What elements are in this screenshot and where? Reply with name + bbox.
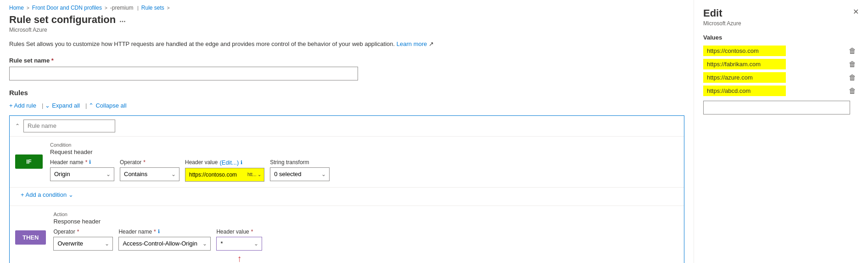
rule-header: ⌃ — [10, 116, 684, 137]
header-name-label: Header name * ℹ — [50, 159, 114, 166]
edit-panel: Edit Microsoft Azure ✕ Values https://co… — [694, 0, 868, 263]
string-transform-label: String transform — [270, 159, 330, 166]
then-header-name-label: Header name * ℹ — [118, 229, 211, 235]
if-badge: IF — [15, 154, 43, 169]
then-header-name-info-icon[interactable]: ℹ — [158, 229, 160, 234]
ellipsis-menu[interactable]: ... — [119, 16, 125, 24]
main-content: Home > Front Door and CDN profiles > -pr… — [0, 0, 694, 263]
add-condition-row: + Add a condition ⌄ — [10, 188, 684, 206]
then-header-value-field: Header value * * ↑ — [216, 229, 262, 263]
then-fields-row: Operator * Overwrite — [53, 229, 678, 263]
action-label: Action — [53, 212, 678, 217]
add-condition-button[interactable]: + Add a condition ⌄ — [15, 188, 79, 202]
chevron-up-icon: ⌃ — [89, 102, 94, 109]
action-details: Action Response header Operator * Overw — [53, 212, 678, 263]
edit-panel-title: Edit — [703, 7, 859, 19]
then-section: THEN Action Response header Operator * — [10, 206, 684, 263]
rule-set-name-label: Rule set name * — [9, 57, 684, 64]
string-transform-field: String transform 0 selected — [270, 159, 330, 181]
value-item-2: https://fabrikam.com 🗑 — [703, 59, 859, 69]
operator-field: Operator * Contains — [120, 159, 179, 181]
value-tag-2: https://fabrikam.com — [703, 59, 786, 69]
close-edit-panel-button[interactable]: ✕ — [851, 6, 861, 18]
page-description: Rules Set allows you to customize how HT… — [9, 40, 684, 49]
delete-value-1-button[interactable]: 🗑 — [846, 46, 859, 56]
value-item-3: https://azure.com 🗑 — [703, 72, 859, 83]
values-list: https://contoso.com 🗑 https://fabrikam.c… — [703, 46, 859, 96]
delete-value-4-button[interactable]: 🗑 — [846, 86, 859, 96]
breadcrumb-home[interactable]: Home — [9, 5, 24, 11]
rule-name-input[interactable] — [23, 120, 115, 132]
expand-all-button[interactable]: ⌄ Expand all — [45, 100, 84, 111]
if-fields-row: Header name * ℹ Origin — [50, 159, 678, 182]
edit-panel-subtitle: Microsoft Azure — [703, 20, 859, 27]
page-title-row: Rule set configuration ... — [9, 14, 684, 26]
header-name-info-icon[interactable]: ℹ — [89, 159, 91, 165]
value-item-1: https://contoso.com 🗑 — [703, 46, 859, 56]
learn-more-link[interactable]: Learn more — [397, 40, 427, 47]
breadcrumb-sep-1: > — [27, 6, 29, 11]
collapse-all-button[interactable]: ⌃ Collapse all — [89, 100, 130, 111]
then-header-name-select[interactable]: Access-Control-Allow-Origin — [118, 237, 211, 251]
breadcrumb-frontdoor[interactable]: Front Door and CDN profiles — [32, 5, 102, 11]
then-operator-select[interactable]: Overwrite — [53, 237, 113, 251]
value-item-4: https://abcd.com 🗑 — [703, 86, 859, 96]
add-rule-button[interactable]: + Add rule — [9, 100, 40, 111]
header-value-select[interactable]: https://contoso.com — [185, 168, 245, 182]
breadcrumb-ruleset[interactable]: Rule sets — [141, 5, 164, 11]
header-value-dropdown-btn[interactable]: htt... ⌄ — [245, 168, 264, 182]
header-name-select-wrapper: Origin — [50, 167, 114, 181]
string-transform-select-wrapper: 0 selected — [270, 167, 330, 181]
arrow-indicator: ↑ — [216, 253, 262, 263]
page-title: Rule set configuration — [9, 14, 116, 26]
rules-section: Rules + Add rule | ⌄ Expand all | ⌃ Coll… — [9, 89, 684, 263]
then-badge: THEN — [15, 230, 46, 245]
header-value-field: Header value (Edit...) ℹ https://contoso… — [185, 159, 264, 182]
action-value: Response header — [53, 218, 678, 225]
rule-set-name-field: Rule set name * — [9, 57, 684, 80]
rule-container: ⌃ IF Condition Request header Header nam… — [9, 115, 684, 263]
then-operator-label: Operator * — [53, 229, 113, 235]
condition-value: Request header — [50, 149, 678, 155]
header-name-field: Header name * ℹ Origin — [50, 159, 114, 181]
if-section: IF Condition Request header Header name … — [10, 137, 684, 188]
operator-select-wrapper: Contains — [120, 167, 179, 181]
breadcrumb-sep-3: > — [167, 6, 170, 11]
header-value-select-wrapper: https://contoso.com htt... ⌄ — [185, 168, 264, 182]
value-tag-1: https://contoso.com — [703, 46, 786, 56]
header-value-label: Header value (Edit...) ℹ — [185, 159, 264, 166]
values-label: Values — [703, 34, 859, 41]
rule-set-name-required: * — [51, 57, 54, 64]
then-header-name-select-wrapper: Access-Control-Allow-Origin — [118, 237, 211, 251]
condition-label: Condition — [50, 142, 678, 148]
then-operator-select-wrapper: Overwrite — [53, 237, 113, 251]
breadcrumb-profile: -premium — [110, 5, 134, 11]
breadcrumb: Home > Front Door and CDN profiles > -pr… — [9, 0, 684, 14]
then-header-value-select-wrapper: * — [216, 237, 262, 251]
header-name-select[interactable]: Origin — [50, 167, 114, 181]
delete-value-3-button[interactable]: 🗑 — [846, 73, 859, 83]
rule-set-name-input[interactable] — [9, 67, 358, 80]
then-header-name-field: Header name * ℹ Access-Control-Allow-Ori… — [118, 229, 211, 251]
delete-value-2-button[interactable]: 🗑 — [846, 59, 859, 69]
condition-details: Condition Request header Header name * ℹ — [50, 142, 678, 182]
then-header-value-select[interactable]: * — [216, 237, 262, 251]
operator-label: Operator * — [120, 159, 179, 166]
breadcrumb-sep-pipe: | — [136, 6, 138, 11]
new-value-input[interactable] — [703, 101, 850, 114]
chevron-down-icon: ⌄ — [45, 102, 50, 109]
operator-select[interactable]: Contains — [120, 167, 179, 181]
rules-title: Rules — [9, 89, 684, 97]
rule-collapse-chevron[interactable]: ⌃ — [15, 123, 20, 129]
header-value-edit-link[interactable]: (Edit...) — [219, 159, 239, 166]
then-operator-field: Operator * Overwrite — [53, 229, 113, 251]
chevron-down-icon-small: ⌄ — [68, 191, 73, 198]
page-subtitle: Microsoft Azure — [9, 27, 684, 33]
string-transform-select[interactable]: 0 selected — [270, 167, 330, 181]
rules-toolbar: + Add rule | ⌄ Expand all | ⌃ Collapse a… — [9, 100, 684, 111]
value-tag-4: https://abcd.com — [703, 86, 786, 96]
then-header-value-label: Header value * — [216, 229, 262, 235]
breadcrumb-sep-2: > — [105, 6, 107, 11]
header-value-info-icon[interactable]: ℹ — [241, 160, 242, 166]
value-tag-3: https://azure.com — [703, 72, 786, 83]
